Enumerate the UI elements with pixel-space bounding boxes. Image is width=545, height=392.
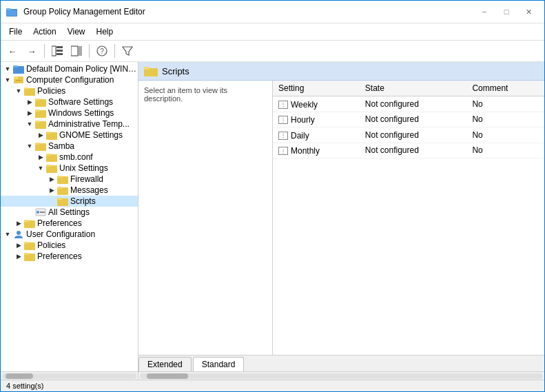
close-button[interactable]: ✕ [518, 5, 539, 19]
computer-config-icon [13, 75, 24, 85]
toolbar: ← → ? [1, 41, 544, 62]
tree-item-preferences-cc[interactable]: ▶ Preferences [1, 218, 138, 229]
setting-icon-2: ⋮Daily [278, 131, 309, 141]
help-button[interactable]: ? [93, 43, 111, 59]
root-icon [13, 64, 24, 74]
menu-view[interactable]: View [62, 25, 91, 39]
table-row[interactable]: ⋮MonthlyNot configuredNo [273, 143, 544, 158]
firewalld-label: Firewalld [70, 174, 103, 184]
preferences-uc-icon [24, 251, 35, 261]
tree-item-admin-templates[interactable]: ▼ Administrative Temp... [1, 118, 138, 130]
show-tree-button[interactable] [48, 43, 66, 59]
preferences-uc-label: Preferences [37, 251, 82, 261]
col-comment[interactable]: Comment [466, 81, 544, 96]
svg-rect-41 [40, 212, 45, 213]
cell-setting-3: ⋮Monthly [273, 143, 360, 158]
cell-state-3: Not configured [360, 143, 467, 158]
all-settings-label: All Settings [48, 207, 90, 217]
app-icon [6, 7, 17, 17]
expand-windows-settings: ▶ [24, 110, 35, 116]
left-scrollbar-track[interactable] [2, 373, 136, 379]
tree-item-windows-settings[interactable]: ▶ Windows Settings [1, 107, 138, 118]
software-settings-icon [35, 97, 46, 107]
svg-rect-18 [24, 87, 29, 90]
cell-setting-2: ⋮Daily [273, 127, 360, 143]
table-row[interactable]: ⋮DailyNot configuredNo [273, 127, 544, 143]
setting-label-3: Monthly [291, 146, 320, 156]
policies-label: Policies [37, 86, 65, 96]
tab-standard[interactable]: Standard [193, 357, 245, 371]
firewalld-icon [57, 174, 68, 184]
tree-item-smb-conf[interactable]: ▶ smb.conf [1, 152, 138, 163]
forward-button[interactable]: → [23, 43, 41, 59]
software-settings-label: Software Settings [48, 97, 113, 107]
tree-item-preferences-uc[interactable]: ▶ Preferences [1, 251, 138, 262]
toolbar-separator-1 [44, 44, 45, 58]
filter-button[interactable] [119, 43, 136, 59]
expand-smb-conf: ▶ [35, 154, 46, 161]
smb-conf-label: smb.conf [59, 152, 93, 162]
tree-item-firewalld[interactable]: ▶ Firewalld [1, 174, 138, 185]
tree-item-root[interactable]: ▼ Default Domain Policy [WIN-QL... [1, 63, 138, 74]
left-scrollbar-thumb[interactable] [6, 373, 33, 379]
right-panel-title: Scripts [162, 66, 189, 76]
tree-item-unix-settings[interactable]: ▼ Unix Settings [1, 163, 138, 174]
svg-rect-6 [56, 53, 63, 55]
setting-icon-3: ⋮Monthly [278, 146, 320, 156]
table-row[interactable]: ⋮WeeklyNot configuredNo [273, 96, 544, 112]
right-scrollbar-track[interactable] [140, 373, 543, 379]
svg-rect-38 [57, 198, 62, 200]
svg-rect-4 [56, 46, 63, 48]
admin-templates-label: Administrative Temp... [48, 119, 130, 129]
cell-comment-2: No [466, 127, 544, 143]
col-setting[interactable]: Setting [273, 81, 360, 96]
svg-rect-50 [144, 67, 150, 70]
tree-item-policies-uc[interactable]: ▶ Policies [1, 240, 138, 251]
samba-icon [35, 141, 46, 151]
tab-extended[interactable]: Extended [138, 357, 192, 371]
title-bar-left: Group Policy Management Editor [6, 7, 145, 17]
table-panel: Setting State Comment ⋮WeeklyNot configu… [273, 81, 544, 355]
root-label: Default Domain Policy [WIN-QL... [26, 64, 138, 74]
col-state[interactable]: State [360, 81, 467, 96]
menu-action[interactable]: Action [28, 25, 61, 39]
svg-rect-13 [13, 65, 18, 68]
tree-item-user-config[interactable]: ▼ User Configuration [1, 229, 138, 240]
tree-item-software-settings[interactable]: ▶ Software Settings [1, 96, 138, 107]
admin-templates-icon [35, 119, 46, 129]
all-settings-icon [35, 207, 46, 217]
menu-bar: File Action View Help [1, 23, 544, 41]
right-scrollbar-thumb[interactable] [147, 373, 188, 379]
main-content: ▼ Default Domain Policy [WIN-QL... ▼ Com… [1, 62, 544, 371]
tree-item-scripts[interactable]: Scripts [1, 196, 138, 207]
menu-help[interactable]: Help [91, 25, 119, 39]
expand-samba: ▼ [24, 143, 35, 149]
tree-item-all-settings[interactable]: All Settings [1, 207, 138, 218]
minimize-button[interactable]: − [474, 5, 495, 19]
tree-item-policies[interactable]: ▼ Policies [1, 85, 138, 96]
svg-rect-1 [6, 8, 11, 10]
settings-table: Setting State Comment ⋮WeeklyNot configu… [273, 81, 544, 158]
setting-label-0: Weekly [291, 100, 318, 110]
setting-icon-1: ⋮Hourly [278, 115, 315, 125]
tree-item-gnome-settings[interactable]: ▶ GNOME Settings [1, 130, 138, 141]
svg-point-44 [17, 231, 21, 235]
expand-software-settings: ▶ [24, 99, 35, 105]
table-row[interactable]: ⋮HourlyNot configuredNo [273, 112, 544, 127]
scripts-label: Scripts [70, 196, 96, 206]
user-config-label: User Configuration [26, 229, 95, 239]
expand-admin-templates: ▼ [24, 121, 35, 127]
tree-item-samba[interactable]: ▼ Samba [1, 141, 138, 152]
tree-item-messages[interactable]: ▶ Messages [1, 185, 138, 196]
svg-rect-36 [57, 187, 62, 189]
menu-file[interactable]: File [3, 25, 28, 39]
setting-box-icon-2: ⋮ [278, 132, 288, 140]
back-button[interactable]: ← [3, 43, 21, 59]
svg-rect-43 [24, 220, 29, 222]
tree-item-computer-config[interactable]: ▼ Computer Configuration [1, 74, 138, 85]
toolbar-separator-2 [89, 44, 90, 58]
action-pane-button[interactable] [68, 43, 85, 59]
maximize-button[interactable]: □ [496, 5, 517, 19]
setting-box-icon-3: ⋮ [278, 147, 288, 155]
cell-setting-1: ⋮Hourly [273, 112, 360, 127]
